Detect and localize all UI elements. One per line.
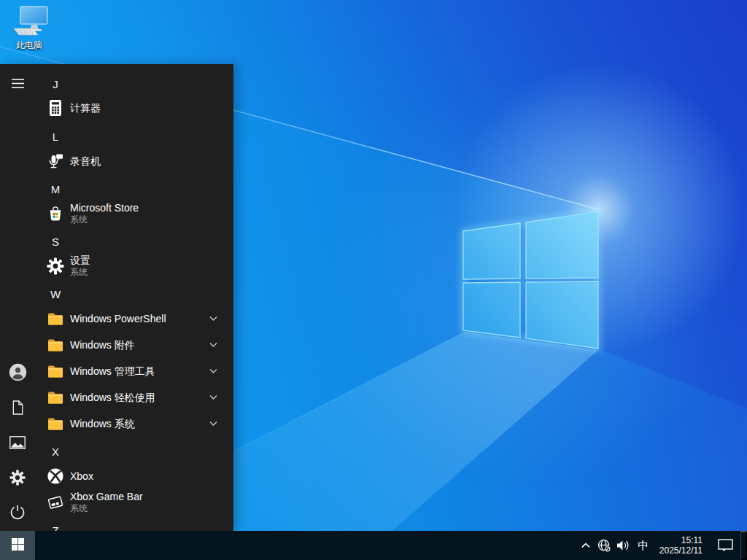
chevron-down-icon[interactable]: [207, 369, 219, 374]
clock-date: 2025/12/11: [659, 545, 703, 556]
chevron-down-icon[interactable]: [207, 421, 219, 427]
windows-logo-icon: [12, 538, 24, 553]
app-item-text: 设置系统: [70, 254, 207, 278]
app-item-windows-ease-of-access[interactable]: Windows 轻松使用: [0, 384, 233, 411]
microsoft-store-icon: [42, 201, 69, 227]
chevron-down-icon[interactable]: [207, 395, 219, 400]
section-letter-Z[interactable]: Z: [0, 517, 233, 531]
section-letter-label: X: [42, 446, 69, 458]
app-item-label: Windows 附件: [70, 339, 207, 351]
volume-icon[interactable]: [614, 531, 633, 560]
voice-recorder-icon: [42, 148, 69, 174]
app-item-text: Xbox Game Bar系统: [70, 491, 207, 514]
app-item-windows-system[interactable]: Windows 系统: [0, 411, 233, 437]
clock-time: 15:11: [681, 535, 703, 545]
app-item-text: Windows 管理工具: [70, 365, 207, 378]
section-letter-J[interactable]: J: [0, 71, 233, 97]
rail-menu-button[interactable]: [0, 67, 35, 102]
taskbar: 中 15:11 2025/12/11: [0, 531, 747, 560]
desktop-icon-this-pc[interactable]: 此电脑: [6, 6, 53, 50]
section-letter-L[interactable]: L: [0, 123, 233, 149]
settings-gear-icon: [42, 253, 69, 279]
taskbar-clock[interactable]: 15:11 2025/12/11: [654, 531, 710, 560]
app-item-windows-admin-tools[interactable]: Windows 管理工具: [0, 358, 233, 384]
start-menu-app-list: J计算器L录音机MMicrosoft Store系统S设置系统WWindows …: [0, 64, 233, 531]
app-item-text: Windows 系统: [70, 418, 207, 430]
section-letter-X[interactable]: X: [0, 438, 233, 464]
start-menu-rail: [0, 64, 35, 531]
pictures-icon: [9, 436, 26, 451]
app-item-text: Microsoft Store系统: [70, 202, 207, 225]
app-item-text: Windows PowerShell: [70, 313, 207, 325]
app-item-settings[interactable]: 设置系统: [0, 250, 233, 282]
app-item-text: 录音机: [70, 155, 207, 168]
power-icon: [9, 505, 26, 523]
app-item-label: Windows 系统: [70, 418, 207, 430]
hamburger-menu-icon: [12, 79, 24, 90]
this-pc-icon: [9, 6, 49, 39]
folder-icon: [42, 411, 69, 437]
app-item-subtitle: 系统: [70, 267, 207, 278]
app-item-text: 计算器: [70, 102, 207, 114]
app-item-label: 录音机: [70, 155, 207, 168]
section-letter-label: J: [42, 78, 69, 90]
app-item-calculator[interactable]: 计算器: [0, 95, 233, 121]
app-item-subtitle: 系统: [70, 503, 207, 514]
app-item-windows-accessories[interactable]: Windows 附件: [0, 332, 233, 358]
app-item-microsoft-store[interactable]: Microsoft Store系统: [0, 198, 233, 230]
ime-indicator[interactable]: 中: [633, 531, 654, 560]
section-letter-label: W: [42, 288, 69, 300]
app-item-label: 计算器: [70, 102, 207, 114]
action-center-icon[interactable]: [710, 531, 740, 560]
start-menu: J计算器L录音机MMicrosoft Store系统S设置系统WWindows …: [0, 64, 233, 531]
folder-icon: [42, 384, 69, 411]
desktop-icon-label: 此电脑: [6, 40, 53, 50]
rail-settings-button[interactable]: [0, 461, 35, 496]
tray-overflow-chevron-up-icon[interactable]: [576, 531, 595, 560]
app-item-text: Windows 轻松使用: [70, 392, 207, 404]
gear-icon: [9, 470, 26, 488]
section-letter-W[interactable]: W: [0, 281, 233, 307]
section-letter-label: M: [42, 183, 69, 195]
system-tray: 中 15:11 2025/12/11: [576, 531, 747, 560]
app-item-label: Microsoft Store: [70, 202, 207, 214]
folder-icon: [42, 358, 69, 384]
windows-desktop: 此电脑 J计算器L录音机MMicrosoft Store系统S设置系统WWind…: [0, 0, 747, 560]
app-item-label: Windows PowerShell: [70, 313, 207, 325]
app-item-windows-powershell[interactable]: Windows PowerShell: [0, 306, 233, 332]
document-icon: [11, 400, 25, 418]
rail-user-button[interactable]: [0, 356, 35, 391]
rail-documents-button[interactable]: [0, 391, 35, 426]
app-item-label: Xbox: [70, 470, 207, 483]
show-desktop-button[interactable]: [740, 531, 747, 560]
rail-power-button[interactable]: [0, 496, 35, 531]
network-no-internet-icon[interactable]: [595, 531, 614, 560]
app-item-subtitle: 系统: [70, 214, 207, 225]
folder-icon: [42, 332, 69, 358]
app-item-xbox-game-bar[interactable]: Xbox Game Bar系统: [0, 486, 233, 518]
user-avatar-icon: [9, 363, 27, 384]
chevron-down-icon[interactable]: [207, 343, 219, 348]
section-letter-label: L: [42, 131, 69, 143]
folder-icon: [42, 306, 69, 332]
chevron-down-icon[interactable]: [207, 316, 219, 322]
calculator-icon: [42, 95, 69, 121]
app-item-text: Windows 附件: [70, 339, 207, 351]
app-item-text: Xbox: [70, 470, 207, 483]
app-item-voice-recorder[interactable]: 录音机: [0, 148, 233, 174]
app-item-label: Windows 轻松使用: [70, 392, 207, 404]
rail-pictures-button[interactable]: [0, 426, 35, 461]
app-item-xbox[interactable]: Xbox: [0, 463, 233, 489]
app-item-label: 设置: [70, 254, 207, 267]
xbox-game-bar-icon: [42, 489, 69, 516]
xbox-icon: [42, 463, 69, 489]
app-item-label: Xbox Game Bar: [70, 491, 207, 503]
start-button[interactable]: [0, 531, 35, 560]
section-letter-label: S: [42, 236, 69, 248]
section-letter-label: Z: [42, 524, 69, 532]
app-item-label: Windows 管理工具: [70, 365, 207, 378]
